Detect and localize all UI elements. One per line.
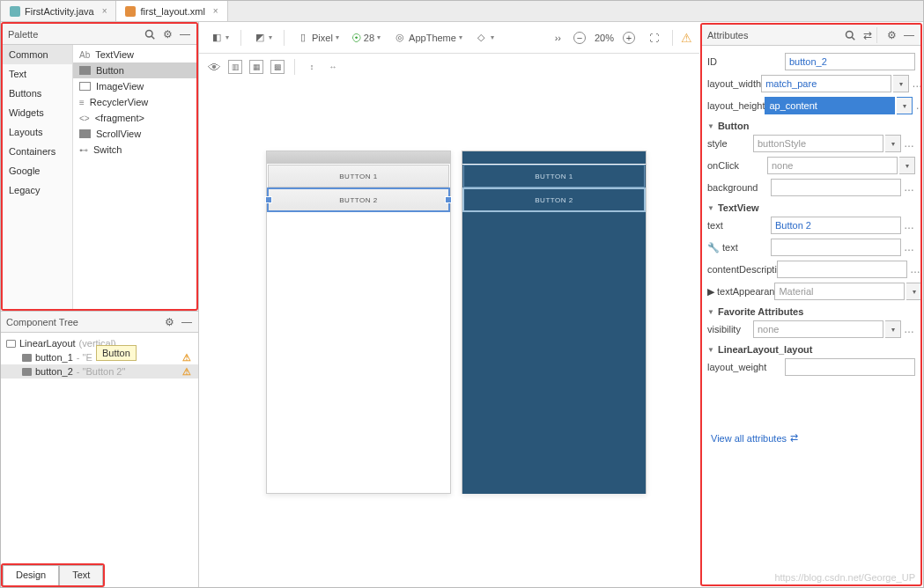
- more-icon[interactable]: …: [903, 219, 915, 232]
- tree-row-button1[interactable]: button_1- "E Button ⚠: [1, 350, 198, 364]
- grid-toggle[interactable]: ▩: [270, 60, 285, 74]
- palette-item-imageview[interactable]: ImageView: [73, 78, 196, 94]
- warnings-icon[interactable]: ⚠: [681, 31, 692, 45]
- preview-button-1[interactable]: BUTTON 1: [268, 165, 449, 187]
- attributes-header: Attributes ⇄ ⚙ —: [702, 25, 920, 46]
- warning-icon[interactable]: ⚠: [182, 366, 191, 378]
- surface-select[interactable]: ◧▾: [206, 29, 233, 46]
- attributes-panel: Attributes ⇄ ⚙ — ID layout_width ▾…: [700, 23, 922, 586]
- more-icon[interactable]: …: [903, 323, 915, 335]
- palette-cat-buttons[interactable]: Buttons: [3, 84, 72, 103]
- palette-item-textview[interactable]: AbTextView: [73, 47, 196, 62]
- palette-cat-google[interactable]: Google: [3, 161, 72, 180]
- dropdown-button[interactable]: ▾: [885, 320, 901, 338]
- attr-input-layout-width[interactable]: [761, 75, 891, 92]
- more-icon[interactable]: …: [903, 181, 915, 194]
- bottom-tabs: Design Text: [1, 562, 198, 587]
- dropdown-button[interactable]: ▾: [906, 283, 920, 300]
- zoom-fit-button[interactable]: ⛶: [644, 29, 664, 46]
- attr-section-textview[interactable]: ▼TextView: [707, 202, 915, 213]
- scroll-icon: [79, 129, 91, 138]
- locale-select[interactable]: ◇▾: [471, 29, 498, 46]
- gear-icon[interactable]: ⚙: [161, 28, 174, 40]
- attr-input-id[interactable]: [785, 53, 915, 70]
- search-icon[interactable]: [844, 29, 856, 41]
- more-icon[interactable]: …: [903, 241, 915, 254]
- collapse-icon[interactable]: —: [179, 28, 191, 40]
- tree-row-button2[interactable]: button_2- "Button 2" ⚠: [1, 364, 198, 379]
- attr-input-text-tool[interactable]: [771, 239, 901, 256]
- theme-icon: ◎: [393, 31, 406, 44]
- orientation-select[interactable]: ◩▾: [249, 29, 276, 46]
- palette-item-recyclerview[interactable]: ≡RecyclerView: [73, 94, 196, 110]
- palette-cat-widgets[interactable]: Widgets: [3, 103, 72, 122]
- more-icon[interactable]: …: [914, 99, 920, 112]
- close-icon[interactable]: ×: [102, 6, 107, 16]
- blueprint-toggle[interactable]: ▥: [228, 60, 242, 74]
- zoom-in-button[interactable]: +: [619, 30, 639, 46]
- dropdown-button[interactable]: ▾: [899, 157, 915, 174]
- palette-item-switch[interactable]: ⊷Switch: [73, 142, 196, 158]
- preview-button-2[interactable]: BUTTON 2: [268, 188, 449, 211]
- warning-icon[interactable]: ⚠: [182, 352, 191, 364]
- api-select[interactable]: 🞊28▾: [348, 31, 384, 45]
- attr-input-layout-weight[interactable]: [785, 358, 915, 376]
- more-icon[interactable]: …: [911, 77, 920, 90]
- zoom-out-button[interactable]: −: [570, 30, 589, 46]
- collapse-icon[interactable]: —: [181, 316, 193, 328]
- palette-item-fragment[interactable]: <><fragment>: [73, 110, 196, 126]
- wrench-icon: 🔧: [707, 242, 720, 254]
- more-actions[interactable]: ››: [551, 31, 565, 45]
- eye-icon[interactable]: 👁: [208, 60, 221, 75]
- close-icon[interactable]: ×: [213, 6, 218, 16]
- palette-cat-common[interactable]: Common: [3, 45, 72, 64]
- left-column: Palette ⚙ — Common Text Buttons Widgets …: [1, 22, 199, 587]
- palette-cat-legacy[interactable]: Legacy: [3, 180, 72, 200]
- attr-input-text[interactable]: [771, 217, 901, 234]
- file-tab-java[interactable]: FirstActivity.java ×: [1, 1, 116, 21]
- gear-icon[interactable]: ⚙: [163, 316, 175, 328]
- attr-label-id: ID: [707, 56, 785, 67]
- more-icon[interactable]: …: [909, 263, 920, 276]
- dropdown-button[interactable]: ▾: [893, 75, 909, 92]
- tab-text[interactable]: Text: [59, 565, 103, 585]
- file-tab-xml[interactable]: first_layout.xml ×: [116, 1, 227, 21]
- attr-section-button[interactable]: ▼Button: [707, 121, 915, 131]
- design-canvas[interactable]: BUTTON 1 BUTTON 2 BUTTON 1 BUTTON 2: [199, 80, 699, 587]
- design-toggle[interactable]: ▦: [249, 60, 263, 74]
- attr-input-visibility[interactable]: [753, 320, 883, 338]
- collapse-icon[interactable]: —: [903, 29, 915, 41]
- attr-input-contentdescription[interactable]: [777, 261, 907, 278]
- pan-vertical[interactable]: ↕: [305, 60, 319, 74]
- search-icon[interactable]: [144, 28, 156, 40]
- cycle-icon[interactable]: ⇄: [861, 29, 874, 41]
- more-icon[interactable]: …: [903, 137, 915, 150]
- palette-item-button[interactable]: Button: [73, 62, 196, 78]
- design-subtoolbar: 👁 ▥ ▦ ▩ ↕ ↔: [199, 54, 699, 80]
- view-all-attributes-link[interactable]: View all attributes⇄: [707, 423, 915, 452]
- gear-icon[interactable]: ⚙: [885, 29, 898, 41]
- component-tree-body: LinearLayout(vertical) button_1- "E Butt…: [1, 333, 198, 562]
- device-select[interactable]: ▯Pixel▾: [292, 29, 343, 46]
- palette-cat-layouts[interactable]: Layouts: [3, 122, 72, 142]
- zoom-percent[interactable]: 20%: [595, 33, 614, 43]
- attr-section-favorite[interactable]: ▼Favorite Attributes: [707, 306, 915, 317]
- attr-input-textappearance[interactable]: [774, 283, 905, 300]
- attr-input-style[interactable]: [753, 135, 883, 152]
- attr-section-linearlayout[interactable]: ▼LinearLayout_layout: [707, 344, 915, 355]
- swap-icon: ⇄: [790, 432, 798, 444]
- palette-cat-text[interactable]: Text: [3, 64, 72, 84]
- pan-horizontal[interactable]: ↔: [326, 60, 340, 74]
- layers-icon: ◧: [210, 31, 223, 44]
- dropdown-button[interactable]: ▾: [885, 135, 901, 152]
- attr-input-background[interactable]: [771, 179, 901, 196]
- blueprint-button-1[interactable]: BUTTON 1: [463, 165, 645, 187]
- attr-input-onclick[interactable]: [767, 157, 898, 174]
- palette-item-scrollview[interactable]: ScrollView: [73, 126, 196, 142]
- tab-design[interactable]: Design: [3, 565, 59, 585]
- attr-input-layout-height[interactable]: [765, 97, 895, 114]
- palette-cat-containers[interactable]: Containers: [3, 142, 72, 161]
- theme-select[interactable]: ◎AppTheme▾: [389, 29, 466, 46]
- blueprint-button-2[interactable]: BUTTON 2: [463, 188, 645, 211]
- dropdown-button[interactable]: ▾: [897, 97, 913, 114]
